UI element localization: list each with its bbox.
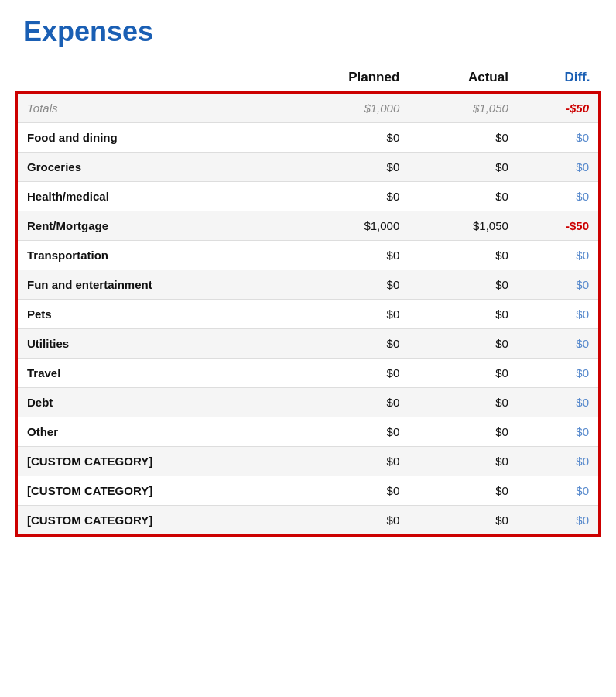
diff-value: $0 <box>518 182 600 211</box>
actual-value: $0 <box>409 270 518 300</box>
category-label: Pets <box>17 300 280 329</box>
totals-label: Totals <box>17 93 280 123</box>
table-row: Travel $0 $0 $0 <box>17 359 600 388</box>
actual-value: $0 <box>409 417 518 447</box>
table-row: [CUSTOM CATEGORY] $0 $0 $0 <box>17 506 600 536</box>
diff-value: $0 <box>518 359 600 388</box>
actual-value: $0 <box>409 153 518 182</box>
table-row: Fun and entertainment $0 $0 $0 <box>17 270 600 300</box>
planned-value: $0 <box>280 506 409 536</box>
actual-value: $1,050 <box>409 211 518 241</box>
category-label: Utilities <box>17 329 280 359</box>
planned-value: $0 <box>280 241 409 270</box>
diff-value: $0 <box>518 476 600 506</box>
table-row: Pets $0 $0 $0 <box>17 300 600 329</box>
diff-value: $0 <box>518 388 600 417</box>
actual-value: $0 <box>409 123 518 153</box>
table-row: Health/medical $0 $0 $0 <box>17 182 600 211</box>
diff-value: $0 <box>518 300 600 329</box>
planned-value: $0 <box>280 388 409 417</box>
category-label: Groceries <box>17 153 280 182</box>
planned-value: $0 <box>280 476 409 506</box>
expenses-table-wrapper: Planned Actual Diff. Totals $1,000 $1,05… <box>15 64 601 537</box>
page-title: Expenses <box>15 15 601 48</box>
category-label: Fun and entertainment <box>17 270 280 300</box>
expenses-table: Planned Actual Diff. Totals $1,000 $1,05… <box>15 64 601 537</box>
planned-value: $0 <box>280 447 409 476</box>
col-header-actual: Actual <box>409 64 518 93</box>
actual-value: $0 <box>409 447 518 476</box>
diff-value: $0 <box>518 241 600 270</box>
diff-value: $0 <box>518 506 600 536</box>
category-label: [CUSTOM CATEGORY] <box>17 506 280 536</box>
planned-value: $0 <box>280 153 409 182</box>
planned-value: $0 <box>280 329 409 359</box>
table-row: [CUSTOM CATEGORY] $0 $0 $0 <box>17 476 600 506</box>
diff-value: $0 <box>518 270 600 300</box>
planned-value: $0 <box>280 123 409 153</box>
totals-diff: -$50 <box>518 93 600 123</box>
table-row: Transportation $0 $0 $0 <box>17 241 600 270</box>
actual-value: $0 <box>409 506 518 536</box>
actual-value: $0 <box>409 241 518 270</box>
diff-value: $0 <box>518 329 600 359</box>
diff-value: -$50 <box>518 211 600 241</box>
table-row: Food and dining $0 $0 $0 <box>17 123 600 153</box>
planned-value: $0 <box>280 270 409 300</box>
totals-actual: $1,050 <box>409 93 518 123</box>
actual-value: $0 <box>409 359 518 388</box>
table-row: Other $0 $0 $0 <box>17 417 600 447</box>
table-row: Groceries $0 $0 $0 <box>17 153 600 182</box>
actual-value: $0 <box>409 476 518 506</box>
table-row: Debt $0 $0 $0 <box>17 388 600 417</box>
actual-value: $0 <box>409 300 518 329</box>
planned-value: $0 <box>280 359 409 388</box>
planned-value: $1,000 <box>280 211 409 241</box>
category-label: [CUSTOM CATEGORY] <box>17 447 280 476</box>
category-label: Debt <box>17 388 280 417</box>
totals-planned: $1,000 <box>280 93 409 123</box>
diff-value: $0 <box>518 417 600 447</box>
diff-value: $0 <box>518 447 600 476</box>
category-label: Rent/Mortgage <box>17 211 280 241</box>
category-label: Food and dining <box>17 123 280 153</box>
col-header-planned: Planned <box>280 64 409 93</box>
category-label: Health/medical <box>17 182 280 211</box>
col-header-diff: Diff. <box>518 64 600 93</box>
category-label: Travel <box>17 359 280 388</box>
planned-value: $0 <box>280 182 409 211</box>
table-row: Utilities $0 $0 $0 <box>17 329 600 359</box>
actual-value: $0 <box>409 182 518 211</box>
category-label: Other <box>17 417 280 447</box>
category-label: Transportation <box>17 241 280 270</box>
table-row: Rent/Mortgage $1,000 $1,050 -$50 <box>17 211 600 241</box>
planned-value: $0 <box>280 300 409 329</box>
planned-value: $0 <box>280 417 409 447</box>
actual-value: $0 <box>409 329 518 359</box>
diff-value: $0 <box>518 123 600 153</box>
diff-value: $0 <box>518 153 600 182</box>
actual-value: $0 <box>409 388 518 417</box>
col-header-category <box>17 64 280 93</box>
table-row: [CUSTOM CATEGORY] $0 $0 $0 <box>17 447 600 476</box>
category-label: [CUSTOM CATEGORY] <box>17 476 280 506</box>
